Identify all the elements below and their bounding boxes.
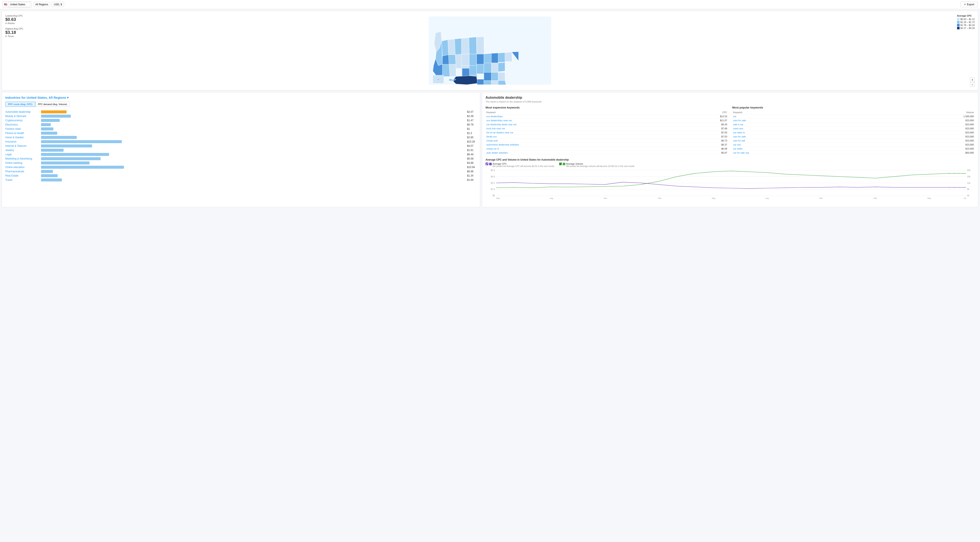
industry-row: Internet & Telecom $4.07	[5, 144, 477, 148]
industry-name[interactable]: Automobile dealership	[5, 110, 39, 113]
region-select[interactable]: All Regions Northeast West	[33, 2, 50, 7]
keyword-cell[interactable]: cars for sail	[732, 139, 876, 143]
state-mt[interactable]	[448, 39, 455, 55]
state-nc[interactable]	[491, 72, 498, 80]
state-ga[interactable]	[491, 81, 498, 84]
state-ky[interactable]	[484, 63, 491, 73]
state-id[interactable]	[442, 40, 449, 56]
industry-bar-container	[41, 166, 465, 169]
state-ia[interactable]	[469, 65, 477, 75]
state-tn[interactable]	[484, 72, 491, 80]
state-pa[interactable]	[491, 53, 498, 63]
industry-name[interactable]: Home & Garden	[5, 136, 39, 139]
keyword-cell[interactable]: sale a car	[732, 123, 876, 127]
industry-name[interactable]: Internet & Telecom	[5, 144, 39, 147]
keyword-cell[interactable]: used cars	[732, 127, 876, 131]
cpc-checkbox[interactable]	[485, 163, 488, 165]
state-hi2[interactable]	[452, 80, 454, 81]
state-wi[interactable]	[469, 54, 477, 65]
industry-name[interactable]: Fashion retail	[5, 128, 39, 131]
currency-select[interactable]: USD, $ EUR, €	[52, 2, 64, 7]
cpc-cell: $5.87	[678, 151, 728, 155]
state-sc[interactable]	[498, 72, 505, 80]
industry-row: Electronics $0.78	[5, 123, 477, 127]
keyword-cell[interactable]: auto dealer websites	[485, 151, 678, 155]
state-nd[interactable]	[461, 38, 469, 54]
state-tx[interactable]	[453, 76, 478, 84]
keyword-cell[interactable]: car seller	[732, 147, 876, 151]
state-fl-n[interactable]	[498, 81, 506, 84]
industry-name[interactable]: Insurance	[5, 140, 39, 143]
industry-name[interactable]: Jewelry	[5, 149, 39, 151]
state-sd[interactable]	[461, 54, 469, 65]
state-co[interactable]	[455, 54, 462, 68]
keyword-cell[interactable]: care for sale	[732, 118, 876, 123]
keyword-cell[interactable]: suv dealerships	[485, 115, 678, 118]
expensive-keywords-table: Keyword CPC suv dealerships $12.53 suv d…	[485, 110, 728, 155]
keyword-cell[interactable]: suv dealerships near me	[485, 118, 678, 123]
y-tick-vol-2: 12k	[967, 182, 975, 184]
keyword-cell[interactable]: car for sale usa	[732, 151, 876, 155]
state-az[interactable]	[442, 64, 450, 77]
industry-bar-container	[41, 170, 465, 173]
state-hi1[interactable]	[449, 79, 452, 81]
zoom-in-button[interactable]: +	[970, 77, 975, 82]
industry-name[interactable]: Electronics	[5, 123, 39, 126]
popular-keywords-title: Most popular keywords	[732, 106, 975, 109]
map-container[interactable]: AK	[5, 14, 975, 87]
country-select[interactable]: United States United Kingdom Canada	[8, 2, 30, 7]
state-wy[interactable]	[455, 38, 462, 55]
export-button[interactable]: ↗ Export	[961, 2, 977, 7]
industry-name[interactable]: Travel	[5, 179, 39, 182]
detail-title: Automobile dealership	[485, 96, 975, 100]
state-me-ne[interactable]	[505, 52, 512, 62]
industry-name[interactable]: Beauty & Skincare	[5, 115, 39, 118]
keyword-cell[interactable]: cars for sale	[732, 135, 876, 139]
expensive-kw-header: Keyword	[485, 110, 678, 115]
state-ar[interactable]	[477, 79, 484, 84]
state-mn[interactable]	[469, 37, 477, 54]
volume-checkbox[interactable]	[559, 163, 562, 165]
state-mn2[interactable]	[477, 37, 484, 54]
industry-name[interactable]: Real Estate	[5, 174, 39, 177]
keyword-cell[interactable]: car dealership deals near me	[485, 123, 678, 127]
industry-name[interactable]: Online education	[5, 166, 39, 169]
state-md-dc[interactable]	[498, 62, 505, 72]
keyword-cell[interactable]: cheap car in	[485, 147, 678, 151]
keyword-cell[interactable]: cheap auto	[485, 139, 678, 143]
state-al[interactable]	[484, 81, 491, 84]
state-mi[interactable]	[477, 54, 484, 64]
industry-bar	[41, 132, 57, 135]
industry-name[interactable]: Online banking	[5, 161, 39, 164]
keyword-cell[interactable]: car use	[732, 143, 876, 147]
industry-bar-container	[41, 149, 465, 151]
lowest-cpc-value: $0.63	[5, 17, 23, 22]
industry-name[interactable]: Cryptocurrency	[5, 119, 39, 122]
tab-ppc-costs[interactable]: PPC costs (Avg. CPC)	[5, 102, 35, 107]
keyword-cell[interactable]: car	[732, 115, 876, 118]
state-va[interactable]	[491, 63, 498, 73]
zoom-out-button[interactable]: –	[970, 82, 975, 87]
industries-region-link[interactable]: All Regions ▾	[49, 96, 69, 99]
industry-name[interactable]: Pharmaceuticals	[5, 170, 39, 173]
keyword-cell[interactable]: family suv	[485, 135, 678, 139]
keyword-cell[interactable]: automotive dealership websites	[485, 143, 678, 147]
state-il[interactable]	[477, 64, 484, 74]
industry-bar	[41, 140, 122, 143]
us-map-svg[interactable]: AK	[426, 17, 554, 84]
keyword-cell[interactable]: truck lots near me	[485, 127, 678, 131]
cpc-cell: $7.03	[678, 135, 728, 139]
keyword-cell[interactable]: list of car dealers near me	[485, 131, 678, 135]
industry-name[interactable]: Legal	[5, 153, 39, 156]
industry-name[interactable]: Marketing & Advertising	[5, 157, 39, 160]
popular-keywords-col: Most popular keywords Keyword Volume car…	[732, 106, 975, 155]
tab-ppc-demand[interactable]: PPC demand (Avg. Volume)	[35, 102, 70, 107]
state-hi3[interactable]	[454, 79, 456, 80]
industry-name[interactable]: Fitness & Health	[5, 132, 39, 135]
state-nm[interactable]	[449, 64, 456, 77]
state-oh[interactable]	[484, 53, 491, 63]
state-ny[interactable]	[498, 53, 505, 62]
x-label: May	[928, 197, 931, 199]
state-ks[interactable]	[462, 68, 469, 77]
keyword-cell[interactable]: car sales in	[732, 131, 876, 135]
